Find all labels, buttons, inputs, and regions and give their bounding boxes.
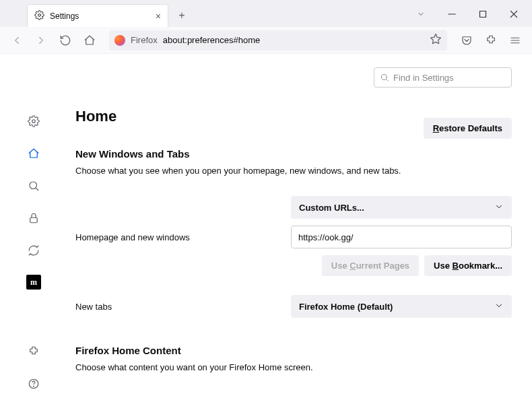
settings-search-input[interactable]: Find in Settings xyxy=(374,67,512,88)
settings-sidebar: m xyxy=(0,54,67,404)
sidebar-item-more[interactable]: m xyxy=(26,275,41,290)
search-placeholder: Find in Settings xyxy=(393,73,454,83)
sidebar-item-search[interactable] xyxy=(26,178,42,194)
menu-icon[interactable] xyxy=(505,30,525,50)
homepage-mode-select[interactable]: Custom URLs... xyxy=(291,196,512,219)
pocket-icon[interactable] xyxy=(457,30,477,50)
sidebar-item-sync[interactable] xyxy=(26,242,42,259)
newtabs-label: New tabs xyxy=(75,302,291,312)
page-title: Home xyxy=(75,108,117,125)
extensions-icon[interactable] xyxy=(481,30,501,50)
svg-point-0 xyxy=(38,13,41,16)
homepage-label: Homepage and new windows xyxy=(75,232,291,242)
homepage-url-input[interactable]: https://ook.gg/ xyxy=(291,226,512,248)
sidebar-item-home[interactable] xyxy=(26,145,42,162)
sidebar-item-help[interactable] xyxy=(26,376,42,392)
svg-point-10 xyxy=(30,182,37,189)
sidebar-item-general[interactable] xyxy=(26,113,42,129)
sidebar-item-extensions[interactable] xyxy=(26,343,42,360)
forward-button[interactable] xyxy=(31,30,51,50)
chevron-down-icon xyxy=(494,202,504,213)
svg-point-14 xyxy=(34,386,34,386)
use-bookmark-button[interactable]: Use Bookmark... xyxy=(424,255,512,276)
svg-line-11 xyxy=(36,188,38,190)
section-heading-windows-tabs: New Windows and Tabs xyxy=(75,148,512,160)
svg-point-9 xyxy=(32,120,36,123)
sidebar-item-privacy[interactable] xyxy=(26,210,42,226)
section-desc-home-content: Choose what content you want on your Fir… xyxy=(75,362,512,374)
content-area: m Find in Settings Home Restore Defaults… xyxy=(0,54,532,404)
reload-button[interactable] xyxy=(55,30,75,50)
svg-line-16 xyxy=(387,79,389,81)
svg-rect-2 xyxy=(480,11,486,18)
tabs-dropdown-icon[interactable] xyxy=(405,4,436,24)
close-window-button[interactable] xyxy=(498,4,529,24)
tab-title: Settings xyxy=(50,11,79,21)
restore-defaults-button[interactable]: Restore Defaults xyxy=(424,118,512,139)
firefox-icon xyxy=(114,35,125,46)
section-heading-home-content: Firefox Home Content xyxy=(75,345,512,356)
svg-rect-12 xyxy=(30,217,38,223)
bookmark-star-icon[interactable] xyxy=(430,33,442,47)
urlbar-text: about:preferences#home xyxy=(163,35,261,45)
svg-point-15 xyxy=(381,74,387,79)
svg-marker-5 xyxy=(431,34,441,44)
maximize-button[interactable] xyxy=(467,4,498,24)
home-button[interactable] xyxy=(79,30,100,50)
urlbar-brand: Firefox xyxy=(131,35,158,45)
settings-main: Find in Settings Home Restore Defaults N… xyxy=(67,54,532,404)
tab-bar: Settings × + xyxy=(0,0,532,27)
toolbar: Firefox about:preferences#home xyxy=(0,27,532,54)
new-tab-button[interactable]: + xyxy=(172,6,191,25)
close-icon[interactable]: × xyxy=(156,11,161,22)
minimize-button[interactable] xyxy=(436,4,467,24)
browser-tab[interactable]: Settings × xyxy=(27,4,168,27)
gear-icon xyxy=(34,10,44,22)
section-desc: Choose what you see when you open your h… xyxy=(75,165,512,177)
chevron-down-icon xyxy=(494,301,504,312)
use-current-pages-button[interactable]: Use Current Pages xyxy=(322,255,419,276)
newtabs-select[interactable]: Firefox Home (Default) xyxy=(291,295,512,318)
back-button[interactable] xyxy=(7,30,27,50)
url-bar[interactable]: Firefox about:preferences#home xyxy=(109,30,447,50)
